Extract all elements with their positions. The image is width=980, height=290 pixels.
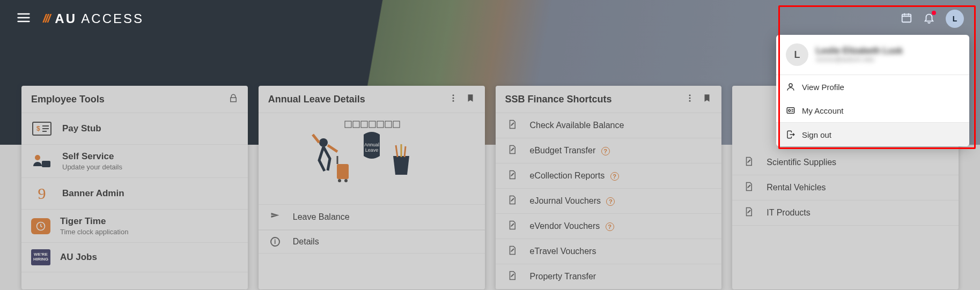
bookmark-icon[interactable] [702, 93, 712, 105]
document-edit-icon [507, 145, 517, 157]
finance-row[interactable]: Check Available Balance [496, 113, 722, 138]
svg-rect-10 [353, 121, 359, 128]
menu-label: View Profile [802, 83, 844, 92]
svg-rect-13 [377, 121, 384, 128]
annual-leave-illustration: Annual Leave [259, 113, 485, 204]
menu-label: Sign out [802, 130, 831, 139]
document-edit-icon [744, 182, 754, 194]
document-edit-icon [507, 271, 517, 282]
notification-dot [932, 11, 936, 15]
calendar-icon[interactable] [901, 12, 912, 26]
tigerbuy-row[interactable]: Rental Vehicles [732, 175, 959, 200]
profile-menu: L Leslie Elizabeth Lusk xxxxxx@auburn.ed… [776, 35, 969, 146]
au-jobs-icon: WE'REHIRING [31, 249, 50, 265]
card-header: Employee Tools [21, 86, 248, 113]
help-icon[interactable]: ? [606, 222, 614, 231]
menu-view-profile[interactable]: View Profile [776, 75, 969, 99]
document-edit-icon [507, 246, 517, 257]
row-label: eCollection Reports ? [530, 171, 619, 181]
menu-my-account[interactable]: My Account [776, 99, 969, 122]
card-title: SSB Finance Shortcuts [505, 94, 612, 105]
annual-details[interactable]: i Details [259, 230, 485, 254]
svg-point-6 [452, 94, 454, 96]
plane-icon [270, 211, 280, 223]
bookmark-icon[interactable] [466, 93, 475, 105]
row-label: Scientific Supplies [767, 158, 836, 167]
svg-rect-9 [345, 121, 351, 128]
tool-banner-admin[interactable]: 9 Banner Admin [21, 178, 248, 210]
tool-pay-stub[interactable]: $ Pay Stub [21, 113, 248, 145]
more-icon[interactable] [685, 93, 695, 105]
help-icon[interactable]: ? [610, 172, 619, 181]
profile-avatar: L [786, 43, 808, 66]
document-edit-icon [507, 195, 517, 207]
finance-row[interactable]: Property Transfer [496, 264, 722, 289]
bell-icon[interactable] [923, 12, 935, 26]
card-actions [229, 93, 238, 105]
svg-point-25 [689, 94, 691, 96]
brand-slashes: /// [43, 12, 49, 26]
info-icon: i [270, 237, 280, 247]
svg-point-7 [452, 98, 454, 99]
finance-row[interactable]: eBudget Transfer ? [496, 138, 722, 163]
tigerbuy-row[interactable]: IT Products [732, 200, 959, 226]
card-employee-tools: Employee Tools $ Pay Stub Self Service U… [21, 86, 248, 289]
tool-title: Tiger Time [60, 216, 128, 227]
row-label: IT Products [767, 208, 810, 218]
avatar[interactable]: L [946, 10, 964, 28]
finance-row[interactable]: eTravel Vouchers [496, 239, 722, 264]
more-icon[interactable] [448, 93, 458, 105]
finance-row[interactable]: eVendor Vouchers ? [496, 214, 722, 239]
svg-point-27 [689, 100, 691, 102]
row-label: Leave Balance [293, 212, 350, 222]
svg-line-20 [404, 146, 406, 157]
tool-self-service[interactable]: Self Service Update your details [21, 145, 248, 178]
banner-icon: 9 [31, 184, 53, 203]
row-label: Property Transfer [530, 272, 596, 281]
help-icon[interactable]: ? [601, 147, 610, 155]
card-actions [448, 93, 475, 105]
profile-name: Leslie Elizabeth Lusk [816, 46, 903, 56]
hamburger-icon[interactable] [16, 10, 31, 27]
card-header: SSB Finance Shortcuts [496, 86, 722, 113]
document-edit-icon [507, 220, 517, 232]
document-edit-icon [507, 170, 517, 182]
document-edit-icon [507, 120, 517, 131]
brand-logo[interactable]: /// AU ACCESS [43, 11, 144, 26]
tool-title: Self Service [62, 151, 122, 162]
card-header: Annual Leave Details [259, 86, 485, 113]
tool-title: Banner Admin [62, 188, 124, 199]
svg-rect-15 [393, 121, 400, 128]
document-edit-icon [744, 157, 754, 168]
profile-header: L Leslie Elizabeth Lusk xxxxxx@auburn.ed… [776, 35, 969, 75]
svg-point-3 [35, 155, 40, 160]
tool-tiger-time[interactable]: Tiger Time Time clock application [21, 210, 248, 243]
card-title: Employee Tools [31, 94, 105, 105]
card-body: $ Pay Stub Self Service Update your deta… [21, 113, 248, 289]
topbar-right: L [901, 10, 964, 28]
lock-icon [229, 93, 238, 105]
card-actions [685, 93, 712, 105]
svg-text:Annual: Annual [364, 142, 379, 147]
svg-point-23 [338, 179, 341, 182]
finance-row[interactable]: eCollection Reports ? [496, 163, 722, 189]
menu-label: My Account [802, 106, 844, 115]
menu-sign-out[interactable]: Sign out [776, 123, 969, 146]
finance-row[interactable]: eJournal Vouchers ? [496, 189, 722, 214]
tool-au-jobs[interactable]: WE'REHIRING AU Jobs [21, 243, 248, 272]
row-label: Details [293, 237, 319, 247]
tool-subtitle: Update your details [62, 163, 122, 171]
card-ssb-finance: SSB Finance Shortcuts Check Available Ba… [496, 86, 722, 289]
annual-leave-balance[interactable]: Leave Balance [259, 204, 485, 230]
row-label: eJournal Vouchers ? [530, 196, 615, 206]
tigerbuy-row[interactable]: Scientific Supplies [732, 150, 959, 175]
tool-subtitle: Time clock application [60, 228, 128, 236]
svg-text:$: $ [36, 125, 40, 132]
card-body: Annual Leave [259, 113, 485, 289]
row-label: eVendor Vouchers ? [530, 221, 614, 231]
svg-point-24 [344, 179, 348, 182]
self-service-icon [31, 152, 53, 170]
help-icon[interactable]: ? [606, 197, 615, 206]
svg-rect-14 [385, 121, 392, 128]
svg-rect-22 [337, 164, 349, 179]
